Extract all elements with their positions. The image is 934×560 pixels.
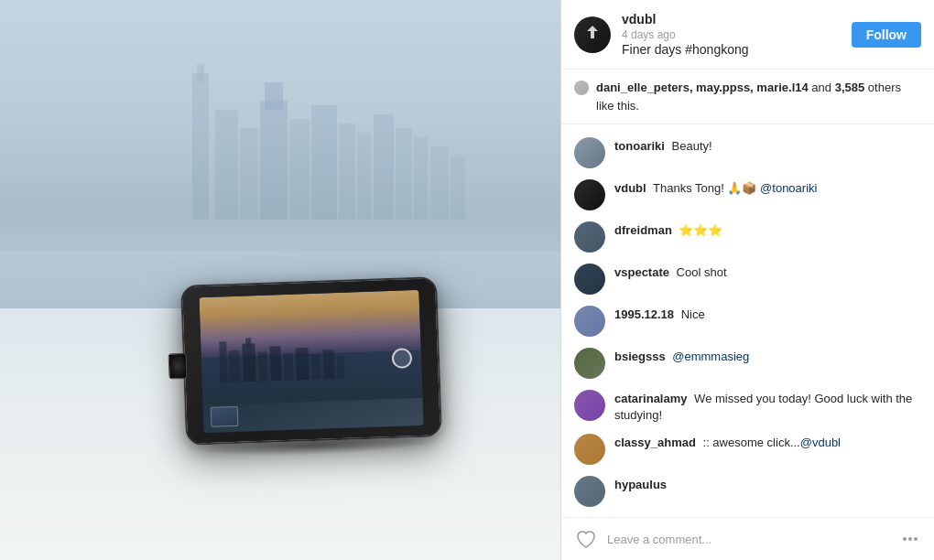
- liker-names[interactable]: dani_elle_peters, may.ppss, marie.l14: [596, 81, 809, 94]
- comment-username[interactable]: vspectate: [614, 265, 669, 279]
- svg-rect-2: [215, 110, 238, 220]
- comment-avatar: [574, 434, 605, 465]
- comment-item: hypaulus: [561, 470, 934, 512]
- likes-others: others: [868, 81, 901, 94]
- comment-avatar: [574, 306, 605, 337]
- comment-avatar: [574, 348, 605, 379]
- svg-rect-3: [240, 128, 258, 220]
- comment-content: vspectate Cool shot: [614, 264, 921, 280]
- comment-input[interactable]: [607, 533, 890, 546]
- likes-and: and: [811, 81, 834, 94]
- comment-username[interactable]: tonoariki: [614, 139, 665, 153]
- dot2: [908, 537, 912, 541]
- svg-rect-7: [311, 105, 337, 220]
- bottom-bar: [561, 517, 934, 560]
- comment-username[interactable]: bsiegsss: [614, 350, 666, 363]
- post-header: vdubl 4 days ago Finer days #hongkong Fo…: [561, 0, 934, 70]
- poster-avatar[interactable]: [574, 16, 611, 53]
- svg-rect-12: [414, 137, 428, 220]
- comment-content: classy_ahmad :: awesome click...@vdubl: [614, 434, 921, 450]
- city-skyline: [165, 55, 560, 242]
- comment-item: classy_ahmad :: awesome click...@vdubl: [561, 428, 934, 470]
- comment-text: Cool shot: [673, 265, 727, 279]
- post-meta: vdubl 4 days ago Finer days #hongkong: [622, 11, 852, 58]
- comments-list: tonoariki Beauty!vdubl Thanks Tong! 🙏📦 @…: [561, 124, 934, 517]
- comment-username[interactable]: hypaulus: [614, 478, 667, 491]
- caption-text: Finer days: [622, 42, 685, 57]
- comment-avatar: [574, 221, 605, 253]
- svg-rect-9: [357, 133, 371, 220]
- comment-username[interactable]: catarinalamy: [614, 392, 688, 405]
- svg-rect-14: [451, 156, 465, 220]
- follow-button[interactable]: Follow: [852, 22, 921, 48]
- comment-avatar: [574, 264, 605, 295]
- more-options-button[interactable]: [899, 533, 921, 544]
- comment-content: bsiegsss @emmmasieg: [614, 348, 921, 364]
- svg-rect-0: [192, 73, 209, 220]
- comment-avatar: [574, 390, 605, 421]
- comment-content: 1995.12.18 Nice: [614, 306, 921, 322]
- svg-rect-13: [430, 146, 449, 220]
- caption-hashtag[interactable]: #hongkong: [685, 42, 748, 57]
- comment-item: bsiegsss @emmmasieg: [561, 342, 934, 384]
- photo-panel: [0, 0, 560, 560]
- like-button[interactable]: [574, 527, 598, 551]
- comment-item: 1995.12.18 Nice: [561, 300, 934, 342]
- poster-username[interactable]: vdubl: [622, 12, 656, 27]
- svg-rect-10: [374, 114, 394, 220]
- comment-item: tonoariki Beauty!: [561, 132, 934, 174]
- comment-text: ⭐⭐⭐: [676, 223, 723, 237]
- svg-rect-5: [265, 82, 283, 110]
- svg-rect-8: [339, 124, 355, 220]
- comment-content: tonoariki Beauty!: [614, 137, 921, 154]
- comment-avatar: [574, 137, 605, 168]
- post-caption: Finer days #hongkong: [622, 41, 852, 58]
- comment-item: catarinalamy We missed you today! Good l…: [561, 384, 934, 428]
- comment-username[interactable]: vdubl: [614, 181, 646, 195]
- svg-rect-4: [260, 101, 288, 220]
- dot1: [903, 537, 907, 541]
- post-time: 4 days ago: [622, 28, 852, 41]
- comment-text: @emmmasieg: [669, 350, 750, 363]
- likes-suffix: like this.: [596, 99, 639, 113]
- comment-text: Nice: [678, 307, 705, 321]
- comment-text: :: awesome click...@vdubl: [700, 436, 841, 449]
- comment-item: dfreidman ⭐⭐⭐: [561, 216, 934, 258]
- comment-username[interactable]: 1995.12.18: [614, 307, 674, 321]
- svg-rect-11: [396, 128, 412, 220]
- comment-username[interactable]: dfreidman: [614, 223, 672, 237]
- dot3: [914, 537, 918, 541]
- likes-count[interactable]: 3,585: [835, 81, 865, 94]
- comment-text: Thanks Tong! 🙏📦 @tonoariki: [650, 181, 818, 195]
- comment-item: vspectate Cool shot: [561, 258, 934, 300]
- comment-text: Beauty!: [668, 139, 712, 153]
- comment-item: vdubl Thanks Tong! 🙏📦 @tonoariki: [561, 174, 934, 216]
- svg-rect-6: [289, 119, 310, 220]
- svg-rect-1: [197, 64, 204, 82]
- phone-mockup: [180, 276, 442, 446]
- likes-text: dani_elle_peters, may.ppss, marie.l14 an…: [596, 79, 901, 114]
- comment-content: vdubl Thanks Tong! 🙏📦 @tonoariki: [614, 179, 921, 196]
- likes-row: dani_elle_peters, may.ppss, marie.l14 an…: [561, 70, 934, 124]
- likes-avatar: [574, 81, 589, 95]
- comment-avatar: [574, 476, 605, 507]
- comment-content: dfreidman ⭐⭐⭐: [614, 221, 921, 238]
- comment-avatar: [574, 179, 605, 210]
- comment-content: catarinalamy We missed you today! Good l…: [614, 390, 921, 423]
- sidebar: vdubl 4 days ago Finer days #hongkong Fo…: [560, 0, 934, 560]
- comment-username[interactable]: classy_ahmad: [614, 436, 696, 449]
- comment-content: hypaulus: [614, 476, 921, 492]
